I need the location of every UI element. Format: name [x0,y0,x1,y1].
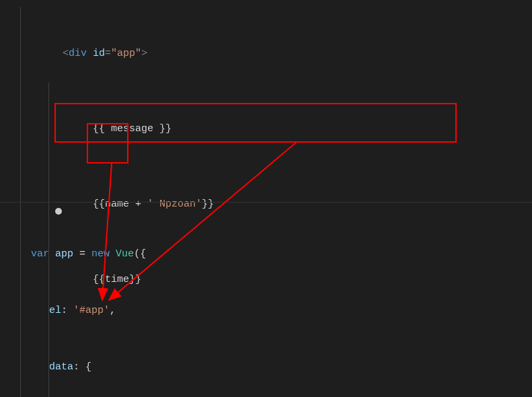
modified-tab-dot-icon [55,208,62,215]
code-line: var app = new Vue({ [7,226,532,283]
code-line: <div id="app"> [20,7,532,82]
code-line: data: { [7,339,532,396]
code-editor-bottom[interactable]: var app = new Vue({ el: '#app', data: { … [0,202,532,397]
code-editor-top[interactable]: <div id="app"> {{ message }} {{name + ' … [0,0,532,202]
code-line: {{ message }} [20,82,532,157]
code-line: el: '#app', [7,283,532,339]
